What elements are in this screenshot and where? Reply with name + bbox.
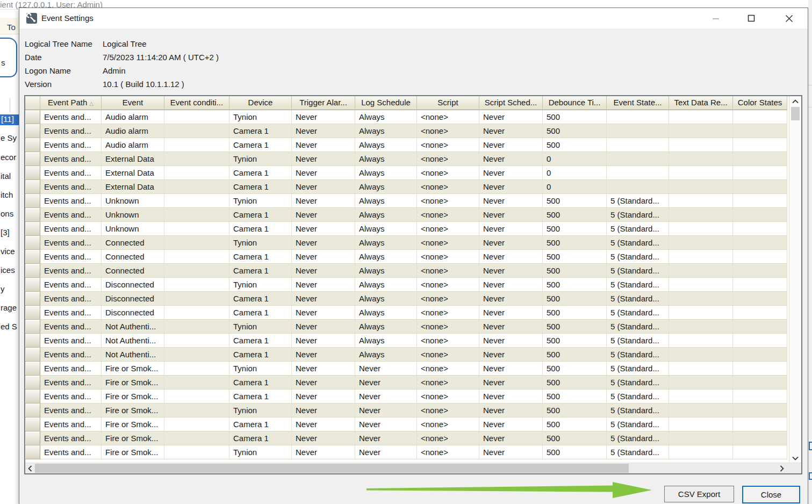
tree-item-fragment[interactable]: rage <box>1 303 19 314</box>
table-cell[interactable]: Fire or Smok... <box>102 417 164 431</box>
table-cell[interactable] <box>733 250 787 264</box>
table-cell[interactable]: Events and... <box>40 250 102 264</box>
table-cell[interactable]: Connected <box>102 264 164 278</box>
table-cell[interactable]: Never <box>355 404 417 417</box>
table-cell[interactable]: 5 (Standard... <box>607 376 669 390</box>
table-cell[interactable]: Never <box>479 166 543 180</box>
table-cell[interactable] <box>733 376 787 390</box>
scroll-left-icon[interactable] <box>26 463 34 473</box>
table-cell[interactable]: Never <box>479 208 543 222</box>
table-cell[interactable]: 5 (Standard... <box>607 292 669 306</box>
table-cell[interactable] <box>164 236 229 250</box>
background-menu-fragment[interactable]: To <box>0 18 19 34</box>
table-cell[interactable] <box>669 166 733 180</box>
table-cell[interactable]: <none> <box>417 404 479 417</box>
table-cell[interactable]: Events and... <box>40 138 102 152</box>
table-cell[interactable]: 500 <box>543 376 607 390</box>
table-cell[interactable] <box>669 180 733 194</box>
table-cell[interactable]: Events and... <box>40 152 102 166</box>
table-cell[interactable]: 500 <box>543 194 607 208</box>
table-cell[interactable] <box>733 404 787 417</box>
table-cell[interactable]: Camera 1 <box>229 334 292 348</box>
table-cell[interactable]: 5 (Standard... <box>607 222 669 236</box>
table-cell[interactable]: Never <box>479 404 543 417</box>
table-cell[interactable]: Never <box>479 250 543 264</box>
table-cell[interactable]: 500 <box>543 208 607 222</box>
table-cell[interactable]: Camera 1 <box>229 180 292 194</box>
table-cell[interactable]: 500 <box>543 138 607 152</box>
row-header-cell[interactable] <box>25 320 40 334</box>
table-cell[interactable] <box>164 348 229 362</box>
column-header[interactable]: Event Path△ <box>40 96 102 110</box>
table-cell[interactable]: <none> <box>417 334 479 348</box>
table-cell[interactable] <box>669 404 733 417</box>
table-cell[interactable]: Never <box>292 152 355 166</box>
table-cell[interactable] <box>669 208 733 222</box>
table-cell[interactable]: 5 (Standard... <box>607 362 669 376</box>
table-cell[interactable]: Tynion <box>229 362 292 376</box>
table-cell[interactable]: Never <box>479 222 543 236</box>
table-cell[interactable]: <none> <box>417 180 479 194</box>
row-header-cell[interactable] <box>25 348 40 362</box>
table-cell[interactable] <box>733 306 787 320</box>
table-cell[interactable]: 500 <box>543 404 607 417</box>
table-cell[interactable]: Events and... <box>40 445 102 459</box>
table-cell[interactable]: Never <box>479 320 543 334</box>
table-cell[interactable]: 5 (Standard... <box>607 417 669 431</box>
table-cell[interactable]: Fire or Smok... <box>102 362 164 376</box>
table-cell[interactable]: Always <box>355 236 417 250</box>
column-header[interactable]: Device <box>229 96 292 110</box>
tree-item-fragment[interactable]: ecor <box>1 153 19 163</box>
table-cell[interactable]: <none> <box>417 390 479 404</box>
vertical-scrollbar[interactable] <box>789 96 801 463</box>
table-cell[interactable]: Always <box>355 194 417 208</box>
scroll-down-icon[interactable] <box>789 453 801 463</box>
table-cell[interactable]: Never <box>292 180 355 194</box>
tree-item-fragment[interactable]: vice <box>1 247 19 257</box>
row-header-cell[interactable] <box>25 194 40 208</box>
table-cell[interactable]: <none> <box>417 152 479 166</box>
table-cell[interactable] <box>669 110 733 124</box>
table-cell[interactable]: Camera 1 <box>229 264 292 278</box>
table-cell[interactable]: Always <box>355 334 417 348</box>
table-cell[interactable] <box>164 417 229 431</box>
table-cell[interactable]: Events and... <box>40 208 102 222</box>
table-cell[interactable]: Events and... <box>40 348 102 362</box>
row-header-cell[interactable] <box>25 250 40 264</box>
table-cell[interactable] <box>164 264 229 278</box>
table-cell[interactable]: Camera 1 <box>229 208 292 222</box>
table-cell[interactable] <box>669 292 733 306</box>
table-cell[interactable] <box>669 194 733 208</box>
table-cell[interactable]: <none> <box>417 376 479 390</box>
table-cell[interactable]: 5 (Standard... <box>607 236 669 250</box>
table-cell[interactable]: 500 <box>543 445 607 459</box>
table-cell[interactable]: <none> <box>417 250 479 264</box>
table-cell[interactable] <box>164 320 229 334</box>
table-cell[interactable] <box>669 431 733 445</box>
table-cell[interactable] <box>164 390 229 404</box>
table-cell[interactable]: 5 (Standard... <box>607 445 669 459</box>
table-cell[interactable] <box>607 152 669 166</box>
table-cell[interactable]: <none> <box>417 306 479 320</box>
table-cell[interactable]: Unknown <box>102 208 164 222</box>
column-header[interactable]: Event <box>102 96 164 110</box>
table-cell[interactable]: Events and... <box>40 390 102 404</box>
table-cell[interactable] <box>733 110 787 124</box>
table-cell[interactable]: Always <box>355 222 417 236</box>
horizontal-scrollbar[interactable] <box>25 463 801 473</box>
table-cell[interactable]: Never <box>292 124 355 138</box>
tree-item-fragment[interactable]: ons <box>1 209 19 220</box>
table-cell[interactable]: Tynion <box>229 278 292 292</box>
vertical-scroll-thumb[interactable] <box>791 107 800 120</box>
table-cell[interactable]: Never <box>479 334 543 348</box>
scroll-right-icon[interactable] <box>778 463 786 473</box>
table-cell[interactable]: Never <box>292 250 355 264</box>
table-cell[interactable]: Connected <box>102 250 164 264</box>
table-cell[interactable]: Not Authenti... <box>102 334 164 348</box>
table-cell[interactable]: Never <box>355 376 417 390</box>
table-cell[interactable]: Tynion <box>229 404 292 417</box>
table-cell[interactable] <box>607 180 669 194</box>
table-cell[interactable] <box>164 222 229 236</box>
table-cell[interactable]: Tynion <box>229 194 292 208</box>
table-cell[interactable]: Events and... <box>40 404 102 417</box>
